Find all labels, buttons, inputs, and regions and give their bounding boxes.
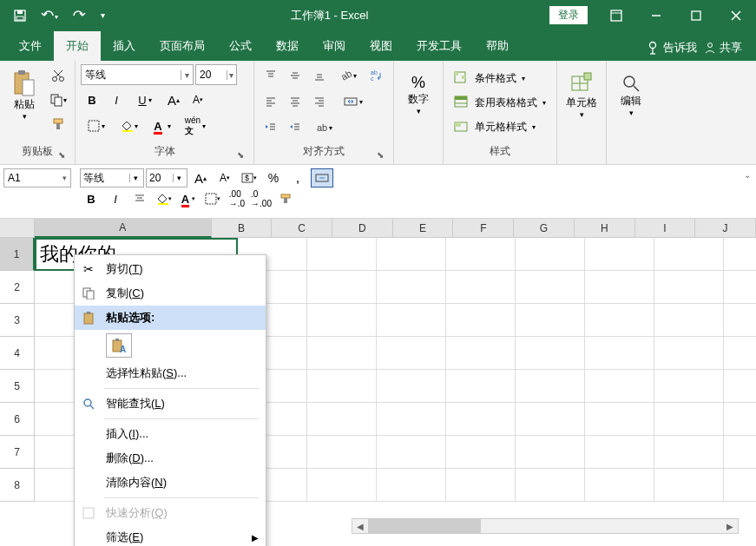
tab-file[interactable]: 文件: [7, 31, 54, 61]
tab-pagelayout[interactable]: 页面布局: [148, 31, 217, 61]
orientation2-button[interactable]: ab▾: [308, 116, 339, 139]
col-header-I[interactable]: I: [635, 219, 696, 238]
chevron-down-icon[interactable]: ▾: [173, 174, 185, 182]
tab-review[interactable]: 审阅: [311, 31, 358, 61]
cell[interactable]: [724, 337, 756, 370]
save-button[interactable]: [7, 3, 33, 29]
cell[interactable]: [516, 304, 585, 337]
cell[interactable]: [307, 337, 377, 370]
col-header-A[interactable]: A: [35, 219, 212, 238]
row-header-6[interactable]: 6: [0, 403, 35, 436]
cell[interactable]: [307, 436, 377, 469]
cell[interactable]: [585, 337, 654, 370]
mini-font-color-button[interactable]: A▾: [177, 189, 200, 208]
cell[interactable]: [585, 304, 654, 337]
cell[interactable]: [654, 469, 724, 502]
paste-button[interactable]: 粘贴 ▾: [5, 64, 43, 125]
cell[interactable]: [446, 370, 516, 403]
chevron-down-icon[interactable]: ▾: [227, 70, 236, 80]
mini-merge-button[interactable]: [311, 168, 333, 187]
cell[interactable]: [446, 337, 516, 370]
redo-button[interactable]: [66, 3, 92, 29]
cell[interactable]: [307, 469, 377, 502]
row-header-4[interactable]: 4: [0, 337, 35, 370]
cell-styles-button[interactable]: 单元格样式▾: [449, 116, 541, 137]
editing-button[interactable]: 编辑 ▾: [612, 64, 650, 125]
cell[interactable]: [724, 238, 756, 271]
cell[interactable]: [724, 370, 756, 403]
cell[interactable]: [377, 337, 446, 370]
minimize-button[interactable]: [636, 0, 676, 30]
bold-button[interactable]: B: [81, 89, 103, 111]
cell[interactable]: [377, 403, 446, 436]
underline-button[interactable]: U▾: [129, 89, 161, 111]
merge-button[interactable]: ▾: [338, 90, 369, 113]
select-all-corner[interactable]: [0, 219, 35, 238]
cell[interactable]: [377, 238, 446, 271]
copy-button[interactable]: ▾: [47, 89, 69, 111]
tab-formulas[interactable]: 公式: [217, 31, 264, 61]
row-header-8[interactable]: 8: [0, 469, 35, 502]
formula-bar-expand[interactable]: ⌄: [744, 170, 751, 180]
cell[interactable]: [377, 370, 446, 403]
cell[interactable]: [446, 403, 516, 436]
maximize-button[interactable]: [676, 0, 716, 30]
cell[interactable]: [307, 304, 377, 337]
chevron-down-icon[interactable]: ▾: [62, 174, 67, 182]
font-color-button[interactable]: A▾: [147, 115, 178, 137]
orientation-button[interactable]: ab▾: [332, 64, 364, 87]
cell[interactable]: [724, 403, 756, 436]
mini-grow-font[interactable]: A▴: [189, 168, 212, 187]
cell[interactable]: [585, 436, 654, 469]
ctx-delete[interactable]: 删除(D)...: [75, 446, 266, 470]
undo-button[interactable]: ▾: [36, 3, 62, 29]
mini-increase-decimal[interactable]: .00→.0: [226, 189, 248, 208]
align-center-button[interactable]: [284, 90, 306, 113]
cell[interactable]: [377, 469, 446, 502]
scroll-thumb[interactable]: [368, 519, 481, 533]
mini-font-name[interactable]: ▾: [80, 168, 144, 187]
tell-me[interactable]: 告诉我: [646, 40, 697, 56]
col-header-H[interactable]: H: [575, 219, 635, 238]
font-size-input[interactable]: [196, 69, 227, 81]
scroll-track[interactable]: [368, 519, 722, 533]
row-header-5[interactable]: 5: [0, 370, 35, 403]
ctx-paste-options[interactable]: 粘贴选项:: [75, 306, 266, 330]
cell[interactable]: [377, 436, 446, 469]
align-right-button[interactable]: [308, 90, 331, 113]
share-button[interactable]: 共享: [704, 40, 742, 56]
col-header-F[interactable]: F: [453, 219, 514, 238]
cell[interactable]: [724, 436, 756, 469]
number-format-button[interactable]: % 数字 ▾: [399, 64, 437, 125]
cell[interactable]: [307, 271, 377, 304]
align-top-button[interactable]: [260, 64, 282, 87]
ribbon-display-options[interactable]: [596, 0, 636, 30]
tab-home[interactable]: 开始: [54, 31, 101, 61]
increase-indent-button[interactable]: [284, 116, 306, 139]
col-header-E[interactable]: E: [393, 219, 454, 238]
font-name-input[interactable]: [82, 69, 181, 81]
mini-bold-button[interactable]: B: [80, 189, 102, 208]
ctx-paste-special[interactable]: 选择性粘贴(S)...: [75, 361, 266, 385]
col-header-G[interactable]: G: [514, 219, 575, 238]
grow-font-button[interactable]: A▴: [162, 89, 185, 111]
cells-button[interactable]: 单元格 ▾: [562, 64, 601, 125]
font-name-combo[interactable]: ▾: [81, 64, 194, 85]
chevron-down-icon[interactable]: ▾: [181, 70, 193, 80]
format-as-table-button[interactable]: 套用表格格式▾: [449, 92, 551, 113]
fill-color-button[interactable]: ▾: [114, 115, 145, 137]
ctx-cut[interactable]: ✂剪切(T): [75, 257, 266, 281]
cell[interactable]: [585, 238, 654, 271]
paste-text-only-button[interactable]: A: [106, 333, 132, 358]
mini-decrease-decimal[interactable]: .0→.00: [250, 189, 273, 208]
borders-button[interactable]: ▾: [81, 115, 112, 137]
align-launcher[interactable]: ⬊: [374, 148, 386, 161]
cell[interactable]: [377, 304, 446, 337]
font-size-combo[interactable]: ▾: [195, 64, 237, 85]
chevron-down-icon[interactable]: ▾: [129, 174, 141, 182]
scroll-left-arrow[interactable]: ◀: [352, 522, 368, 531]
login-button[interactable]: 登录: [549, 6, 588, 24]
mini-fill-button[interactable]: ▾: [153, 189, 175, 208]
mini-italic-button[interactable]: I: [104, 189, 127, 208]
align-middle-button[interactable]: [284, 64, 306, 87]
